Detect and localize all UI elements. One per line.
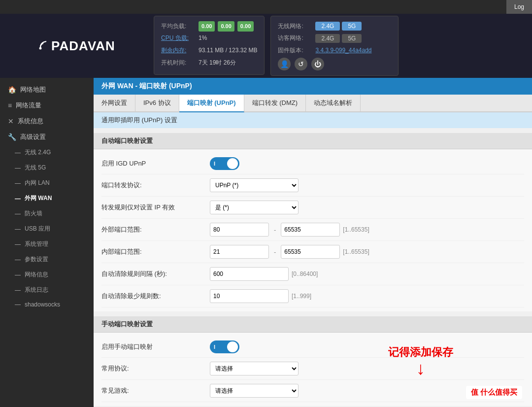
stats-area: 平均负载: 0.00 0.00 0.00 CPU 负载: 1% 剩余内存: 93…: [148, 10, 532, 82]
tab-ddns[interactable]: 动态域名解析: [306, 95, 361, 111]
manual-toggle[interactable]: I: [210, 340, 239, 353]
info-icon: ✕: [8, 117, 14, 125]
auto-clean-min-row: 自动清除最少规则数: [1..999]: [101, 285, 524, 307]
sidebar-label-traffic: 网络流量: [16, 101, 41, 110]
protocol-select[interactable]: UPnP (*): [210, 178, 299, 192]
wrench-icon: 🔧: [8, 133, 16, 141]
stat-box-network: 无线网络: 2.4G 5G 访客网络: 2.4G 5G 固件版本: 3.4.3.…: [270, 16, 399, 76]
cpu-label[interactable]: CPU 负载:: [161, 33, 196, 44]
inner-port-label: 内部端口范围:: [101, 247, 210, 256]
protocol-control: UPnP (*): [210, 178, 524, 192]
sidebar-item-netinfo[interactable]: — 网络信息: [0, 267, 94, 282]
tab-wan-settings[interactable]: 外网设置: [94, 95, 135, 111]
dash-icon-syslog: —: [15, 287, 21, 294]
sidebar-label-lan: 内网 LAN: [25, 179, 50, 187]
sidebar-label-sysinfo: 系统信息: [18, 117, 43, 126]
outer-port-control: - [1..65535]: [210, 223, 524, 237]
sidebar-item-wireless-24g[interactable]: — 无线 2.4G: [0, 145, 94, 160]
wireless-24g-button[interactable]: 2.4G: [315, 22, 340, 31]
common-proto-row: 常用协议: 请选择: [101, 358, 524, 380]
watermark-area: 记得添加保存 ↓: [388, 345, 453, 377]
auto-clean-interval-control: [0..86400]: [210, 267, 524, 281]
toggle-on-label: I: [214, 161, 215, 167]
firmware-value[interactable]: 3.4.3.9-099_44a4add: [315, 45, 371, 56]
sidebar-item-firewall[interactable]: — 防火墙: [0, 206, 94, 221]
igd-toggle[interactable]: I: [210, 157, 239, 170]
load-badge-3: 0.00: [237, 21, 254, 32]
sidebar-label-network-map: 网络地图: [20, 85, 46, 94]
tab-dmz[interactable]: 端口转发 (DMZ): [244, 95, 306, 111]
protocol-row: 端口转发协议: UPnP (*): [101, 174, 524, 197]
igd-upnp-row: 启用 IGD UPnP I: [101, 153, 524, 174]
auto-clean-min-input[interactable]: [210, 289, 289, 303]
sidebar-item-syslog[interactable]: — 系统日志: [0, 282, 94, 298]
site-logo: 值 什么值得买: [471, 388, 517, 397]
sidebar-item-wireless-5g[interactable]: — 无线 5G: [0, 160, 94, 175]
sidebar-item-usb[interactable]: — USB 应用: [0, 221, 94, 237]
auto-clean-min-label: 自动清除最少规则数:: [101, 292, 210, 301]
manual-toggle-knob: [227, 341, 238, 352]
igd-label: 启用 IGD UPnP: [101, 159, 210, 168]
header: PADAVAN 平均负载: 0.00 0.00 0.00 CPU 负载: 1% …: [0, 14, 532, 78]
dash-icon-ss: —: [15, 301, 21, 308]
sidebar-item-wan[interactable]: — 外网 WAN: [0, 191, 94, 206]
sidebar-label-firewall: 防火墙: [25, 209, 42, 218]
inner-port-from-input[interactable]: [210, 245, 269, 259]
common-game-select[interactable]: 请选择: [210, 384, 299, 398]
sidebar-item-shadowsocks[interactable]: — shadowsocks: [0, 298, 94, 311]
outer-port-from-input[interactable]: [210, 223, 269, 237]
wireless-label: 无线网络:: [278, 21, 312, 32]
dash-icon-wan: —: [15, 195, 21, 202]
traffic-icon: ≡: [8, 102, 12, 109]
auto-clean-interval-input[interactable]: [210, 267, 289, 281]
sidebar-label-advanced: 高级设置: [20, 133, 46, 141]
dash-icon-sysmgmt: —: [15, 241, 21, 248]
page-title: 外网 WAN - 端口映射 (UPnP): [94, 78, 532, 95]
common-proto-label: 常用协议:: [101, 364, 210, 373]
power-icon-button[interactable]: ⏻: [311, 58, 324, 70]
inner-port-to-input[interactable]: [281, 245, 340, 259]
mem-value: 93.11 MB / 123.32 MB: [199, 45, 257, 56]
tab-ipv6[interactable]: IPv6 协议: [135, 95, 179, 111]
wifi-icon: [33, 38, 48, 54]
sidebar-label-sysmgmt: 系统管理: [25, 240, 48, 248]
outer-port-to-input[interactable]: [281, 223, 340, 237]
protocol-label: 端口转发协议:: [101, 181, 210, 190]
common-game-label: 常见游戏:: [101, 386, 210, 395]
sidebar-item-sysinfo[interactable]: ✕ 系统信息: [0, 113, 94, 129]
tab-upnp[interactable]: 端口映射 (UPnP): [179, 95, 244, 112]
sidebar-item-params[interactable]: — 参数设置: [0, 252, 94, 267]
dash-inner: -: [274, 248, 276, 256]
dash-icon-5g: —: [15, 165, 21, 171]
guest-24g-button[interactable]: 2.4G: [315, 34, 340, 43]
uptime-value: 7天 19时 26分: [199, 58, 236, 68]
outer-port-range: [1..65535]: [343, 226, 369, 233]
sidebar-item-lan[interactable]: — 内网 LAN: [0, 175, 94, 191]
igd-control: I: [210, 157, 524, 170]
tab-bar: 外网设置 IPv6 协议 端口映射 (UPnP) 端口转发 (DMZ) 动态域名…: [94, 95, 532, 112]
wireless-5g-button[interactable]: 5G: [342, 22, 362, 31]
mem-label[interactable]: 剩余内存:: [161, 45, 196, 56]
sidebar-item-network-map[interactable]: 🏠 网络地图: [0, 82, 94, 98]
sidebar-item-advanced[interactable]: 🔧 高级设置: [0, 129, 94, 145]
dash-icon-24g: —: [15, 149, 21, 156]
common-proto-control: 请选择: [210, 362, 524, 375]
user-icon-button[interactable]: 👤: [278, 58, 291, 70]
outer-port-label: 外部端口范围:: [101, 225, 210, 234]
auto-clean-min-control: [1..999]: [210, 289, 524, 303]
common-proto-select[interactable]: 请选择: [210, 362, 299, 375]
manual-toggle-on-label: I: [214, 344, 215, 350]
enable-manual-label: 启用手动端口映射: [101, 342, 210, 351]
avg-load-label: 平均负载:: [161, 21, 196, 32]
sidebar-item-traffic[interactable]: ≡ 网络流量: [0, 98, 94, 113]
inner-port-control: - [1..65535]: [210, 245, 524, 259]
valid-ip-select[interactable]: 是 (*): [210, 201, 299, 214]
valid-ip-label: 转发规则仅对设置 IP 有效: [101, 203, 210, 212]
dash-icon-firewall: —: [15, 210, 21, 217]
upnp-section-header: 通用即插即用 (UPnP) 设置: [94, 112, 532, 128]
guest-5g-button[interactable]: 5G: [342, 34, 362, 43]
cpu-value: 1%: [199, 33, 207, 44]
refresh-icon-button[interactable]: ↺: [295, 58, 307, 70]
sidebar-item-sysmgmt[interactable]: — 系统管理: [0, 237, 94, 252]
site-watermark: 值 什么值得买: [466, 386, 522, 399]
